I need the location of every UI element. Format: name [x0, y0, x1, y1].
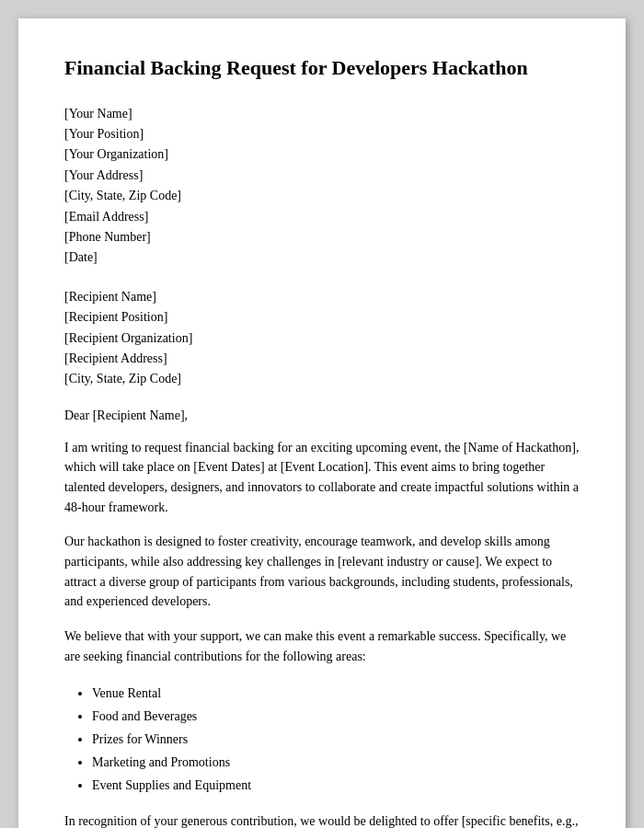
list-item: Venue Rental: [92, 682, 580, 705]
paragraph-2: Our hackathon is designed to foster crea…: [64, 532, 580, 612]
sender-line: [Email Address]: [64, 207, 580, 227]
sender-line: [Date]: [64, 247, 580, 268]
salutation: Dear [Recipient Name],: [64, 408, 580, 423]
document-title: Financial Backing Request for Developers…: [64, 55, 580, 82]
sender-line: [Phone Number]: [64, 227, 580, 247]
paragraph-3: We believe that with your support, we ca…: [64, 627, 580, 666]
sender-line: [Your Organization]: [64, 144, 580, 165]
recipient-line: [City, State, Zip Code]: [64, 369, 580, 389]
sender-line: [Your Name]: [64, 104, 580, 124]
list-item: Event Supplies and Equipment: [92, 774, 580, 797]
document: Financial Backing Request for Developers…: [18, 18, 626, 828]
paragraph-4: In recognition of your generous contribu…: [64, 811, 580, 828]
list-item: Marketing and Promotions: [92, 751, 580, 774]
sender-block: [Your Name][Your Position][Your Organiza…: [64, 104, 580, 269]
sender-line: [City, State, Zip Code]: [64, 186, 580, 206]
recipient-line: [Recipient Position]: [64, 307, 580, 328]
paragraph-1: I am writing to request financial backin…: [64, 438, 580, 518]
sender-line: [Your Address]: [64, 166, 580, 186]
recipient-line: [Recipient Organization]: [64, 328, 580, 349]
recipient-line: [Recipient Name]: [64, 287, 580, 307]
recipient-block: [Recipient Name][Recipient Position][Rec…: [64, 287, 580, 390]
list-item: Food and Beverages: [92, 705, 580, 728]
bullet-list: Venue RentalFood and BeveragesPrizes for…: [92, 682, 580, 798]
sender-line: [Your Position]: [64, 124, 580, 144]
list-item: Prizes for Winners: [92, 728, 580, 751]
recipient-line: [Recipient Address]: [64, 349, 580, 369]
